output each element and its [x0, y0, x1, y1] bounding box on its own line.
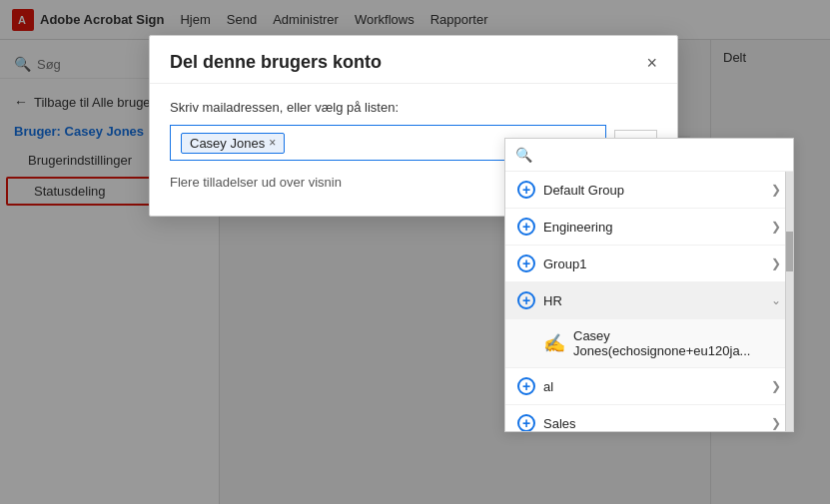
- dropdown-search-bar[interactable]: 🔍: [505, 139, 793, 172]
- chevron-right-icon-3: ❯: [771, 256, 781, 270]
- dropdown-search-icon: 🔍: [515, 147, 532, 163]
- dialog-header: Del denne brugers konto ×: [150, 36, 677, 84]
- dropdown-item-group1[interactable]: + Group1 ❯: [505, 246, 793, 282]
- dropdown-item-default-group[interactable]: + Default Group ❯: [505, 172, 793, 209]
- dropdown-search-input[interactable]: [538, 148, 783, 163]
- sales-label: Sales: [543, 416, 576, 431]
- cursor-hand-icon: ✍: [543, 334, 565, 352]
- chevron-right-icon-5: ❯: [771, 416, 781, 430]
- dropdown-item-sales[interactable]: + Sales ❯: [505, 405, 793, 431]
- group-label: Default Group: [543, 183, 624, 198]
- add-group1-icon: +: [517, 254, 535, 272]
- add-group-icon: +: [517, 181, 535, 199]
- chip-label: Casey Jones: [190, 136, 265, 151]
- group-dropdown: 🔍 + Default Group ❯ + Engineering ❯ + Gr…: [504, 138, 794, 432]
- group1-label: Group1: [543, 256, 586, 271]
- add-engineering-icon: +: [517, 218, 535, 236]
- scrollbar-track[interactable]: [785, 172, 793, 431]
- close-button[interactable]: ×: [646, 54, 657, 72]
- dropdown-item-engineering[interactable]: + Engineering ❯: [505, 209, 793, 246]
- dropdown-list: + Default Group ❯ + Engineering ❯ + Grou…: [505, 172, 793, 431]
- dropdown-item-local[interactable]: + al ❯: [505, 368, 793, 405]
- casey-sub-label: Casey Jones(echosignone+eu120ja...: [573, 328, 781, 358]
- dialog-title: Del denne brugers konto: [170, 52, 382, 73]
- add-hr-icon: +: [517, 291, 535, 309]
- chevron-right-icon-2: ❯: [771, 220, 781, 234]
- add-sales-icon: +: [517, 414, 535, 431]
- chevron-right-icon-4: ❯: [771, 379, 781, 393]
- add-local-icon: +: [517, 377, 535, 395]
- scrollbar-thumb[interactable]: [786, 232, 793, 271]
- recipient-chip: Casey Jones ×: [181, 133, 285, 154]
- chevron-down-icon: ⌄: [771, 293, 781, 307]
- local-label: al: [543, 379, 553, 394]
- dialog-input-label: Skriv mailadressen, eller vælg på listen…: [170, 100, 657, 115]
- dropdown-item-hr[interactable]: + HR ⌄: [505, 282, 793, 319]
- dropdown-subitem-casey[interactable]: ✍ Casey Jones(echosignone+eu120ja...: [505, 319, 793, 368]
- chip-remove-button[interactable]: ×: [269, 136, 276, 150]
- engineering-label: Engineering: [543, 220, 612, 235]
- chevron-right-icon: ❯: [771, 183, 781, 197]
- hr-label: HR: [543, 293, 562, 308]
